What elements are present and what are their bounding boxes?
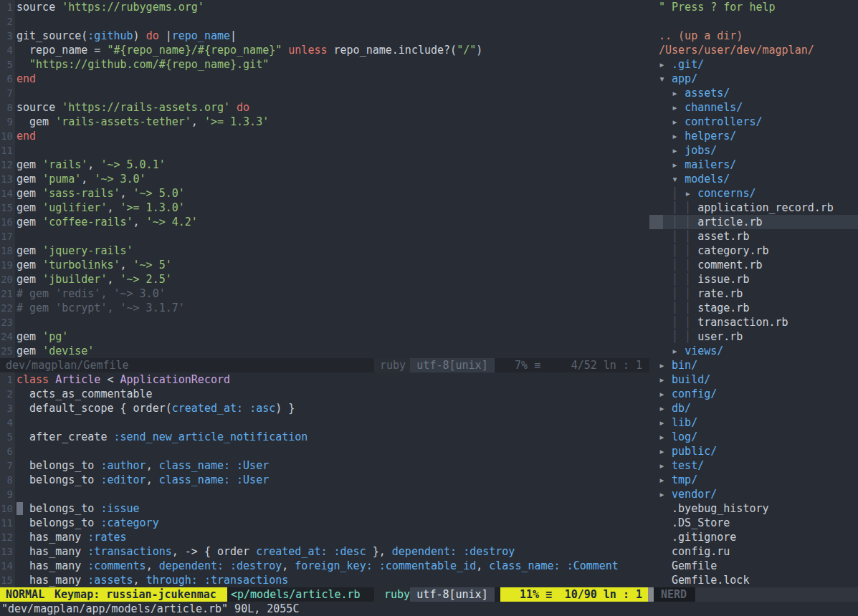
tree-item-file-byebug-history[interactable]: .byebug_history xyxy=(649,501,858,516)
tree-item-dir-vendor[interactable]: ▸ vendor/ xyxy=(649,487,858,501)
code-line[interactable]: 8 belongs_to :editor, class_name: :User xyxy=(0,473,649,487)
tree-item-file-gemfile[interactable]: Gemfile xyxy=(649,559,858,573)
tree-item-dir-mailers[interactable]: ▸ mailers/ xyxy=(649,158,858,172)
chevron-right-icon[interactable]: ▸ xyxy=(672,345,685,357)
tree-item-file-asset[interactable]: │ │ asset.rb xyxy=(649,229,858,244)
code-line[interactable]: 1source 'https://rubygems.org' xyxy=(0,0,649,14)
tree-item-dir-jobs[interactable]: ▸ jobs/ xyxy=(649,143,858,158)
tree-item-dir-git[interactable]: ▸ .git/ xyxy=(649,57,858,72)
chevron-right-icon[interactable]: ▸ xyxy=(672,130,685,143)
chevron-right-icon[interactable]: ▸ xyxy=(659,58,672,71)
code-line[interactable]: 2 xyxy=(0,14,649,29)
code-line[interactable]: 5 after_create :send_new_article_notific… xyxy=(0,430,649,444)
code-line[interactable]: 23 xyxy=(0,315,649,329)
code-line[interactable]: 6end xyxy=(0,72,649,86)
tree-item-file-stage[interactable]: │ │ stage.rb xyxy=(649,301,858,315)
code-line[interactable]: 9 gem 'rails-assets-tether', '>= 1.3.3' xyxy=(0,115,649,129)
code-line[interactable]: 24gem 'pg' xyxy=(0,329,649,344)
chevron-right-icon[interactable]: ▸ xyxy=(659,402,672,415)
code-line[interactable]: 10end xyxy=(0,129,649,143)
code-line[interactable]: 3git_source(:github) do |repo_name| xyxy=(0,29,649,43)
code-line[interactable]: 12gem 'rails', '~> 5.0.1' xyxy=(0,158,649,172)
tree-item-file-user[interactable]: │ │ user.rb xyxy=(649,329,858,344)
code-line[interactable]: 18gem 'jquery-rails' xyxy=(0,244,649,258)
tree-item-help[interactable]: " Press ? for help xyxy=(649,0,858,14)
code-line[interactable]: 2 acts_as_commentable xyxy=(0,387,649,401)
chevron-right-icon[interactable]: ▸ xyxy=(659,445,672,458)
tree-item-file-comment[interactable]: │ │ comment.rb xyxy=(649,258,858,272)
code-line[interactable]: 4 repo_name = "#{repo_name}/#{repo_name}… xyxy=(0,43,649,57)
tree-item-dir-bin[interactable]: ▸ bin/ xyxy=(649,358,858,372)
chevron-down-icon[interactable]: ▾ xyxy=(659,72,672,85)
code-line[interactable]: 17 xyxy=(0,229,649,244)
tree-item-up-dir[interactable]: .. (up a dir) xyxy=(649,29,858,43)
code-line[interactable]: 3 default_scope { order(created_at: :asc… xyxy=(0,401,649,415)
tree-item-dir-build[interactable]: ▸ build/ xyxy=(649,372,858,387)
code-line[interactable]: 9 xyxy=(0,487,649,501)
chevron-right-icon[interactable]: ▸ xyxy=(672,158,685,171)
chevron-right-icon[interactable]: ▸ xyxy=(659,416,672,429)
chevron-right-icon[interactable]: ▸ xyxy=(672,144,685,157)
code-line[interactable]: 5 "https://github.com/#{repo_name}.git" xyxy=(0,57,649,72)
code-line[interactable]: 8source 'https://rails-assets.org' do xyxy=(0,100,649,115)
code-line[interactable]: 21# gem 'redis', '~> 3.0' xyxy=(0,287,649,301)
tree-item-dir-test[interactable]: ▸ test/ xyxy=(649,458,858,473)
code-line[interactable]: 11 belongs_to :category xyxy=(0,516,649,530)
chevron-right-icon[interactable]: ▸ xyxy=(659,430,672,443)
chevron-right-icon[interactable]: ▸ xyxy=(659,373,672,386)
tree-item-blank[interactable] xyxy=(649,14,858,29)
tree-item-root-path[interactable]: /Users/user/dev/magplan/ xyxy=(649,43,858,57)
code-line[interactable]: 7 xyxy=(0,86,649,100)
code-line[interactable]: 22# gem 'bcrypt', '~> 3.1.7' xyxy=(0,301,649,315)
tree-item-file-ds-store[interactable]: .DS_Store xyxy=(649,516,858,530)
chevron-right-icon[interactable]: ▸ xyxy=(672,115,685,128)
code-line[interactable]: 20gem 'jbuilder', '~> 2.5' xyxy=(0,272,649,287)
chevron-right-icon[interactable]: ▸ xyxy=(672,87,685,100)
code-line[interactable]: 15 has_many :assets, through: :transacti… xyxy=(0,573,649,587)
code-line[interactable]: 12 has_many :rates xyxy=(0,530,649,544)
tree-item-dir-tmp[interactable]: ▸ tmp/ xyxy=(649,473,858,487)
code-line[interactable]: 10 belongs_to :issue xyxy=(0,501,649,516)
tree-item-dir-db[interactable]: ▸ db/ xyxy=(649,401,858,415)
tree-item-file-rate[interactable]: │ │ rate.rb xyxy=(649,287,858,301)
tree-item-file-gitignore[interactable]: .gitignore xyxy=(649,530,858,544)
chevron-right-icon[interactable]: ▸ xyxy=(659,359,672,372)
code-line[interactable]: 13 has_many :transactions, -> { order cr… xyxy=(0,544,649,559)
tree-item-file-config-ru[interactable]: config.ru xyxy=(649,544,858,559)
code-line[interactable]: 15gem 'uglifier', '>= 1.3.0' xyxy=(0,201,649,215)
code-line[interactable]: 11 xyxy=(0,143,649,158)
code-line[interactable]: 25gem 'devise' xyxy=(0,344,649,358)
tree-item-dir-helpers[interactable]: ▸ helpers/ xyxy=(649,129,858,143)
chevron-right-icon[interactable]: ▸ xyxy=(672,101,685,114)
tree-item-dir-log[interactable]: ▸ log/ xyxy=(649,430,858,444)
code-line[interactable]: 16gem 'coffee-rails', '~> 4.2' xyxy=(0,215,649,229)
code-line[interactable]: 7 belongs_to :author, class_name: :User xyxy=(0,458,649,473)
chevron-down-icon[interactable]: ▾ xyxy=(672,173,685,186)
code-line[interactable]: 14gem 'sass-rails', '~> 5.0' xyxy=(0,186,649,201)
chevron-right-icon[interactable]: ▸ xyxy=(659,459,672,472)
tree-item-dir-assets[interactable]: ▸ assets/ xyxy=(649,86,858,100)
tree-item-dir-models[interactable]: ▾ models/ xyxy=(649,172,858,186)
chevron-right-icon[interactable]: ▸ xyxy=(685,187,697,200)
chevron-right-icon[interactable]: ▸ xyxy=(659,488,672,501)
code-line[interactable]: 4 xyxy=(0,415,649,430)
tree-item-file-gemfile-lock[interactable]: Gemfile.lock xyxy=(649,573,858,587)
tree-item-file-application-record[interactable]: │ │ application_record.rb xyxy=(649,201,858,215)
code-line[interactable]: 14 has_many :comments, dependent: :destr… xyxy=(0,559,649,573)
tree-item-dir-views[interactable]: ▸ views/ xyxy=(649,344,858,358)
tree-item-dir-controllers[interactable]: ▸ controllers/ xyxy=(649,115,858,129)
tree-item-dir-concerns[interactable]: │ ▸ concerns/ xyxy=(649,186,858,201)
tree-item-dir-channels[interactable]: ▸ channels/ xyxy=(649,100,858,115)
tree-item-dir-app[interactable]: ▾ app/ xyxy=(649,72,858,86)
tree-item-dir-lib[interactable]: ▸ lib/ xyxy=(649,415,858,430)
tree-item-file-article[interactable]: │ │ article.rb xyxy=(649,215,858,229)
chevron-right-icon[interactable]: ▸ xyxy=(659,388,672,400)
tree-item-file-issue[interactable]: │ │ issue.rb xyxy=(649,272,858,287)
tree-item-file-category[interactable]: │ │ category.rb xyxy=(649,244,858,258)
tree-item-dir-public[interactable]: ▸ public/ xyxy=(649,444,858,458)
tree-item-file-transaction[interactable]: │ │ transaction.rb xyxy=(649,315,858,329)
tree-item-dir-config[interactable]: ▸ config/ xyxy=(649,387,858,401)
code-line[interactable]: 13gem 'puma', '~> 3.0' xyxy=(0,172,649,186)
chevron-right-icon[interactable]: ▸ xyxy=(659,473,672,486)
code-line[interactable]: 19gem 'turbolinks', '~> 5' xyxy=(0,258,649,272)
